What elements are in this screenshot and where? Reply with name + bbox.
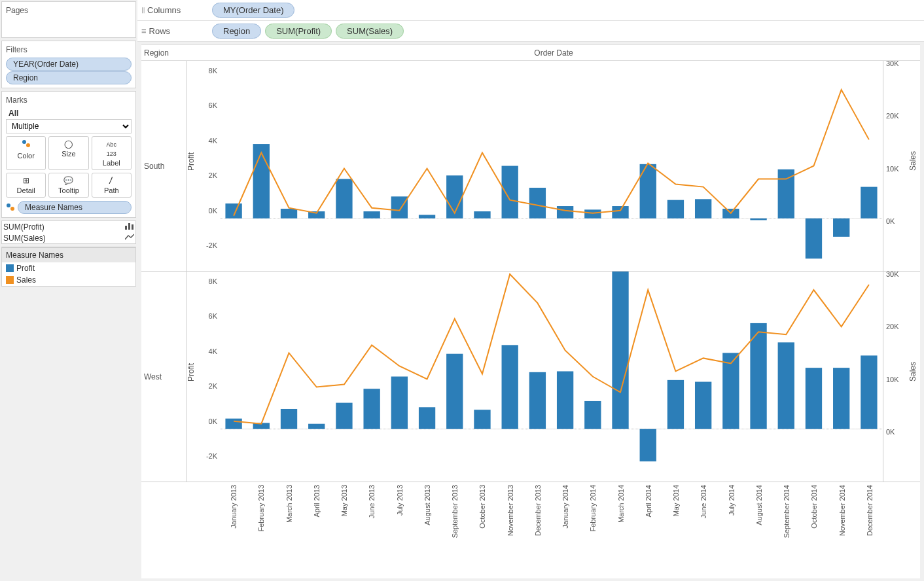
bar[interactable] — [529, 188, 546, 219]
mark-type-row-1[interactable]: SUM(Sales) — [2, 232, 135, 243]
bar-icon — [125, 222, 134, 232]
svg-rect-0 — [125, 226, 127, 230]
legend-item-profit[interactable]: Profit — [2, 262, 135, 274]
marks-label-button[interactable]: Abc123Label — [92, 136, 132, 170]
marks-size-button[interactable]: ◯Size — [48, 136, 88, 170]
bar[interactable] — [419, 215, 435, 218]
bar[interactable] — [391, 377, 408, 429]
bar[interactable] — [640, 429, 656, 461]
bar[interactable] — [225, 419, 241, 429]
x-tick: July 2013 — [386, 482, 414, 548]
line-sales[interactable] — [234, 90, 869, 216]
bar[interactable] — [612, 206, 628, 219]
bar[interactable] — [722, 353, 739, 429]
rows-pill-0[interactable]: Region — [212, 24, 261, 39]
bar[interactable] — [308, 424, 325, 429]
filter-pill-0[interactable]: YEAR(Order Date) — [6, 58, 132, 71]
bar[interactable] — [667, 380, 684, 429]
line-sales[interactable] — [234, 274, 869, 424]
x-tick: September 2014 — [773, 482, 800, 548]
bar[interactable] — [474, 211, 490, 219]
marks-all-label[interactable]: All — [6, 107, 132, 119]
rows-label: ≡ Rows — [141, 26, 207, 36]
bar[interactable] — [281, 209, 297, 219]
bar[interactable] — [391, 196, 408, 218]
x-tick: March 2013 — [275, 482, 303, 548]
columns-shelf[interactable]: ⦀ Columns MY(Order Date) — [137, 0, 924, 21]
marks-detail-button[interactable]: ⊞Detail — [6, 173, 46, 198]
bar[interactable] — [363, 389, 380, 429]
chart-panel-west: WestProfit-2K0K2K4K6K8KSales0K10K20K30K — [141, 272, 920, 482]
mark-type-row-0[interactable]: SUM(Profit) — [2, 221, 135, 232]
x-tick: December 2014 — [856, 482, 883, 548]
bar[interactable] — [584, 209, 601, 218]
rows-pill-1[interactable]: SUM(Profit) — [265, 24, 332, 39]
bar[interactable] — [667, 200, 684, 219]
bar[interactable] — [806, 219, 822, 259]
pages-card: Pages — [1, 1, 136, 38]
legend-swatch — [6, 276, 14, 284]
x-tick: July 2014 — [718, 482, 745, 548]
filters-title: Filters — [6, 44, 132, 57]
row-label-south: South — [141, 61, 187, 271]
bar[interactable] — [557, 371, 573, 429]
bar[interactable] — [833, 368, 849, 429]
bar[interactable] — [502, 166, 518, 219]
marks-tooltip-button[interactable]: 💬Tooltip — [48, 173, 88, 198]
rows-pill-2[interactable]: SUM(Sales) — [336, 24, 404, 39]
x-tick: November 2013 — [497, 482, 524, 548]
bar[interactable] — [833, 219, 849, 237]
bar[interactable] — [861, 187, 877, 219]
x-tick: May 2014 — [662, 482, 690, 548]
x-tick: April 2013 — [303, 482, 330, 548]
bar[interactable] — [612, 272, 628, 429]
y-right-label: Sales — [908, 361, 917, 381]
bar[interactable] — [529, 372, 546, 429]
svg-rect-2 — [132, 224, 133, 230]
filter-pill-1[interactable]: Region — [6, 71, 132, 84]
bar[interactable] — [336, 403, 352, 429]
x-tick: September 2013 — [441, 482, 469, 548]
plot-west[interactable] — [220, 272, 883, 482]
filters-card: Filters YEAR(Order Date)Region — [1, 41, 136, 88]
bar[interactable] — [363, 211, 380, 219]
bar[interactable] — [861, 355, 877, 429]
bar[interactable] — [695, 199, 711, 218]
bar[interactable] — [778, 342, 794, 429]
bar[interactable] — [225, 203, 241, 219]
y-axis-right: Sales0K10K20K30K — [883, 272, 920, 482]
bar[interactable] — [695, 382, 711, 429]
columns-pill-0[interactable]: MY(Order Date) — [212, 3, 294, 18]
bar[interactable] — [446, 354, 463, 429]
bar[interactable] — [281, 409, 297, 429]
x-tick: December 2013 — [524, 482, 552, 548]
x-tick: August 2014 — [745, 482, 773, 548]
bar[interactable] — [253, 144, 270, 219]
marks-color-button[interactable]: Color — [6, 136, 46, 170]
bar[interactable] — [750, 219, 766, 220]
bar[interactable] — [584, 401, 601, 429]
rows-shelf[interactable]: ≡ Rows RegionSUM(Profit)SUM(Sales) — [137, 21, 924, 42]
bar[interactable] — [474, 410, 490, 429]
x-tick: January 2013 — [220, 482, 247, 548]
legend-card: Measure Names ProfitSales — [1, 247, 136, 287]
bar[interactable] — [806, 368, 822, 429]
marks-type-select[interactable]: Multiple — [6, 119, 132, 133]
bar[interactable] — [557, 206, 573, 219]
marks-card: Marks All Multiple Color◯SizeAbc123Label… — [1, 91, 136, 218]
chart-panel-south: SouthProfit-2K0K2K4K6K8KSales0K10K20K30K — [141, 61, 920, 272]
legend-item-sales[interactable]: Sales — [2, 274, 135, 286]
svg-rect-1 — [128, 223, 130, 230]
bar[interactable] — [502, 345, 518, 429]
marks-path-button[interactable]: 〳Path — [92, 173, 132, 198]
bar[interactable] — [419, 407, 435, 429]
plot-south[interactable] — [220, 61, 883, 271]
columns-icon: ⦀ — [141, 5, 145, 16]
marks-title: Marks — [6, 94, 132, 107]
marks-color-pill[interactable]: Measure Names — [18, 201, 132, 214]
x-tick: March 2014 — [607, 482, 635, 548]
color-dots-icon — [6, 203, 15, 212]
legend-title: Measure Names — [2, 247, 135, 262]
bar[interactable] — [336, 179, 352, 219]
x-tick: June 2014 — [690, 482, 717, 548]
